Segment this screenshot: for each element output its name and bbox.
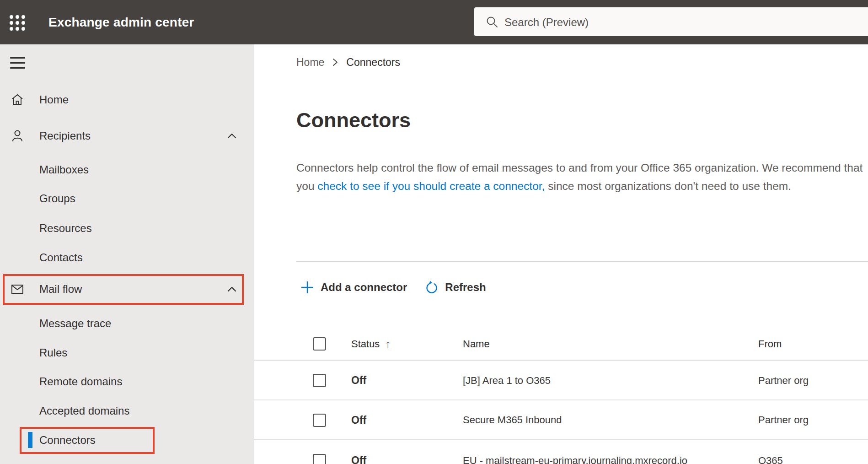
hamburger-icon <box>10 57 25 59</box>
chevron-up-icon[interactable] <box>226 130 238 142</box>
connector-name[interactable]: EU - mailstream-eu-primary.journaling.mx… <box>463 441 687 464</box>
sidebar-item-mail-flow[interactable]: Mail flow <box>0 278 254 300</box>
table-row[interactable]: Off Secure M365 Inbound Partner org <box>254 401 868 440</box>
sidebar: Home Recipients Mailboxes Groups Resourc… <box>0 44 254 464</box>
refresh-icon <box>424 280 439 295</box>
sidebar-item-remote-domains[interactable]: Remote domains <box>0 371 254 393</box>
page-description: Connectors help control the flow of emai… <box>296 159 866 195</box>
search-icon <box>485 15 499 29</box>
app-launcher-button[interactable] <box>5 11 29 35</box>
app-title: Exchange admin center <box>48 0 194 44</box>
sidebar-item-label: Message trace <box>39 317 111 330</box>
waffle-icon <box>10 15 25 31</box>
sidebar-item-mailboxes[interactable]: Mailboxes <box>0 159 254 181</box>
select-row-checkbox[interactable] <box>313 374 326 387</box>
sidebar-item-label: Accepted domains <box>39 405 129 417</box>
sidebar-item-label: Resources <box>39 222 92 235</box>
select-row-checkbox[interactable] <box>313 414 326 427</box>
column-header-label: Status <box>351 338 380 350</box>
sidebar-item-groups[interactable]: Groups <box>0 188 254 210</box>
page-title: Connectors <box>296 108 411 132</box>
sidebar-item-label: Mail flow <box>39 283 82 296</box>
breadcrumb-current: Connectors <box>346 56 400 69</box>
sidebar-item-connectors[interactable]: Connectors <box>0 429 254 451</box>
column-header-status[interactable]: Status ↑ <box>351 328 391 360</box>
create-connector-check-link[interactable]: check to see if you should create a conn… <box>317 180 545 192</box>
table-row[interactable]: Off [JB] Area 1 to O365 Partner org <box>254 361 868 400</box>
select-row-checkbox[interactable] <box>313 454 326 464</box>
toolbar-divider <box>296 261 868 262</box>
sidebar-item-label: Connectors <box>39 434 96 447</box>
select-all-checkbox[interactable] <box>313 337 326 351</box>
sidebar-item-home[interactable]: Home <box>0 89 254 111</box>
table-row[interactable]: Off EU - mailstream-eu-primary.journalin… <box>254 441 868 464</box>
connector-name[interactable]: [JB] Area 1 to O365 <box>463 361 551 399</box>
column-header-name[interactable]: Name <box>463 328 490 360</box>
breadcrumb: Home Connectors <box>296 54 400 70</box>
sort-ascending-icon: ↑ <box>385 338 391 351</box>
description-text: since most organizations don't need to u… <box>545 180 791 192</box>
search-box[interactable] <box>474 7 868 36</box>
sidebar-item-label: Home <box>39 93 69 106</box>
refresh-label: Refresh <box>445 281 486 294</box>
main-content: Home Connectors Connectors Connectors he… <box>254 44 868 464</box>
plus-icon <box>300 280 315 295</box>
column-header-label: Name <box>463 338 490 350</box>
connector-status: Off <box>351 361 366 399</box>
connector-from: O365 <box>758 441 783 464</box>
mail-icon <box>10 282 25 297</box>
sidebar-item-resources[interactable]: Resources <box>0 217 254 239</box>
breadcrumb-home-link[interactable]: Home <box>296 56 324 69</box>
sidebar-item-contacts[interactable]: Contacts <box>0 247 254 269</box>
chevron-up-icon[interactable] <box>226 283 238 295</box>
home-icon <box>10 92 25 107</box>
search-input[interactable] <box>504 7 853 37</box>
sidebar-item-label: Rules <box>39 346 67 359</box>
person-icon <box>10 129 25 143</box>
toolbar: Add a connector Refresh <box>300 274 486 301</box>
add-connector-button[interactable]: Add a connector <box>300 280 407 295</box>
column-header-from[interactable]: From <box>758 328 782 360</box>
table-header-row: Status ↑ Name From <box>254 328 868 361</box>
sidebar-item-label: Mailboxes <box>39 163 89 176</box>
column-header-label: From <box>758 338 782 350</box>
sidebar-item-label: Recipients <box>39 129 91 142</box>
add-connector-label: Add a connector <box>321 281 407 294</box>
topbar: Exchange admin center <box>0 0 868 44</box>
connector-status: Off <box>351 441 366 464</box>
sidebar-item-accepted-domains[interactable]: Accepted domains <box>0 400 254 422</box>
sidebar-item-message-trace[interactable]: Message trace <box>0 313 254 335</box>
sidebar-item-rules[interactable]: Rules <box>0 342 254 364</box>
connector-from: Partner org <box>758 401 809 439</box>
connector-status: Off <box>351 401 366 439</box>
sidebar-item-label: Contacts <box>39 251 83 264</box>
chevron-right-icon <box>332 57 339 67</box>
nav-toggle-button[interactable] <box>10 57 25 69</box>
sidebar-item-label: Groups <box>39 192 75 205</box>
connector-name[interactable]: Secure M365 Inbound <box>463 401 562 439</box>
connector-from: Partner org <box>758 361 809 399</box>
sidebar-item-label: Remote domains <box>39 375 122 388</box>
sidebar-item-recipients[interactable]: Recipients <box>0 125 254 147</box>
refresh-button[interactable]: Refresh <box>424 280 486 295</box>
